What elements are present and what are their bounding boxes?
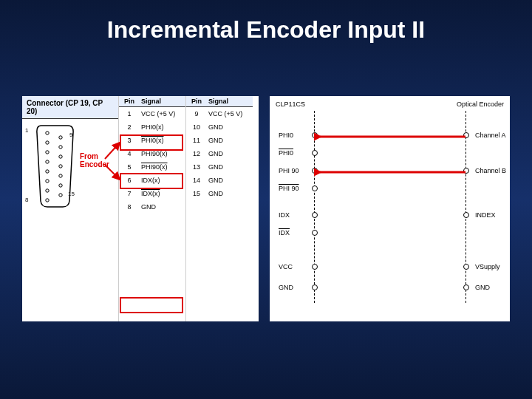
col-b-header: Pin Signal [186,96,253,107]
left-signal-label: VCC [279,263,293,270]
pin-label-9: 9 [69,132,72,138]
svg-point-14 [59,194,62,197]
left-signal-label: PHI 90 [279,167,299,174]
table-row: 11GND [186,134,253,147]
left-signal-label: PHI 90 [279,185,299,192]
table-row: 1VCC (+5 V) [119,107,185,120]
svg-point-7 [46,199,49,202]
svg-point-6 [46,189,49,192]
highlight-pin4 [120,173,183,189]
left-signal-label: PHI0 [279,132,293,139]
table-row: 12GND [186,147,253,160]
right-signal-label: Channel B [475,167,506,174]
red-arrows-icon [103,137,126,188]
table-row: 5PHI90(x) [119,160,185,174]
pin-label-1: 1 [25,127,28,134]
svg-point-2 [46,151,49,154]
col-a-header: Pin Signal [119,96,185,107]
connection-arrows [314,96,469,318]
svg-line-15 [105,143,120,159]
signal-header: Signal [207,98,253,105]
left-signal-label: GND [279,284,293,291]
svg-point-0 [46,132,49,134]
left-signal-label: IDX [279,229,290,236]
svg-point-12 [59,174,62,177]
right-signal-label: GND [475,284,490,291]
connector-header: Connector (CP 19, CP 20) [22,96,118,119]
table-row: 13GND [186,160,253,174]
svg-point-8 [59,136,62,139]
right-signal-label: VSupply [475,263,500,270]
left-signal-label: PHI0 [279,149,293,157]
svg-point-9 [59,146,62,149]
table-row: 8GND [119,200,185,214]
highlight-pin8 [120,297,183,313]
pin-header: Pin [119,98,140,105]
pinout-table-panel: Connector (CP 19, CP 20) [22,96,259,321]
svg-point-1 [46,141,49,144]
wiring-diagram-panel: CLP11CS Optical Encoder PHI0PHI0PHI 90PH… [270,96,510,321]
svg-point-11 [59,165,62,168]
svg-point-10 [59,155,62,158]
table-row: 9VCC (+5 V) [186,107,253,120]
svg-point-13 [59,184,62,187]
left-signal-label: IDX [279,211,290,219]
highlight-pin2 [120,134,183,151]
clp-title: CLP11CS [276,100,305,108]
page-title: Incremental Encoder Input II [0,16,532,44]
pin-label-15: 15 [68,191,75,197]
signal-header: Signal [140,98,185,105]
db15-connector-icon: 1 9 8 15 [31,123,77,210]
svg-point-4 [46,170,49,173]
svg-point-3 [46,160,49,163]
right-signal-label: Channel A [475,132,506,139]
table-row: 2PHI0(x) [119,120,185,134]
table-row: 15GND [186,187,253,200]
table-row: 10GND [186,120,253,134]
pin-label-8: 8 [25,197,28,203]
pin-header: Pin [186,98,207,105]
svg-line-16 [105,165,120,180]
table-row: 14GND [186,174,253,187]
right-signal-label: INDEX [475,211,496,219]
svg-point-5 [46,180,49,183]
